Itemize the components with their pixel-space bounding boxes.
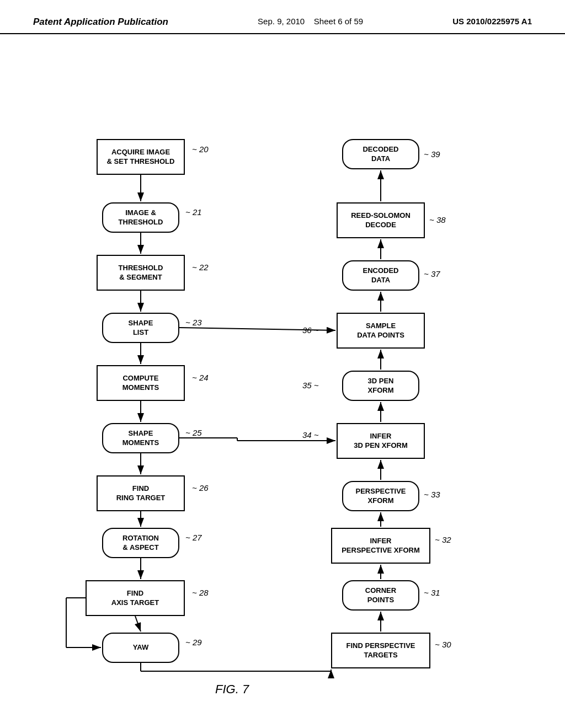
patent-number: US 2010/0225975 A1 — [452, 17, 532, 26]
ref-28: ~ 28 — [192, 588, 209, 597]
ref-25: ~ 25 — [185, 428, 202, 437]
sample-data-points-box: SAMPLEDATA POINTS — [337, 313, 425, 349]
svg-line-9 — [135, 616, 141, 631]
corner-points-box: CORNERPOINTS — [342, 580, 419, 611]
page-header: Patent Application Publication Sep. 9, 2… — [0, 0, 565, 34]
ref-23: ~ 23 — [185, 318, 202, 327]
compute-moments-box: COMPUTEMOMENTS — [97, 365, 185, 401]
ref-32: ~ 32 — [435, 535, 451, 544]
ref-30: ~ 30 — [435, 640, 451, 649]
ref-27: ~ 27 — [185, 533, 202, 542]
ref-22: ~ 22 — [192, 263, 209, 272]
ref-31: ~ 31 — [424, 588, 440, 597]
publication-label: Patent Application Publication — [33, 17, 168, 28]
acquire-image-box: ACQUIRE IMAGE& SET THRESHOLD — [97, 139, 185, 175]
yaw-box: YAW — [102, 633, 179, 663]
ref-39: ~ 39 — [424, 149, 440, 159]
find-perspective-targets-box: FIND PERSPECTIVETARGETS — [331, 633, 430, 668]
find-axis-target-box: FINDAXIS TARGET — [86, 580, 185, 616]
threshold-segment-box: THRESHOLD& SEGMENT — [97, 255, 185, 291]
ref-24: ~ 24 — [192, 373, 209, 382]
ref-37: ~ 37 — [424, 269, 440, 279]
shape-moments-box: SHAPEMOMENTS — [102, 423, 179, 453]
reed-solomon-decode-box: REED-SOLOMONDECODE — [337, 202, 425, 238]
perspective-xform-box: PERSPECTIVEXFORM — [342, 481, 419, 511]
image-threshold-box: IMAGE &THRESHOLD — [102, 202, 179, 233]
ref-29: ~ 29 — [185, 638, 202, 647]
ref-35: 35 ~ — [302, 381, 319, 390]
shape-list-box: SHAPELIST — [102, 313, 179, 343]
figure-caption: FIG. 7 — [215, 682, 249, 697]
date-sheet: Sep. 9, 2010 Sheet 6 of 59 — [258, 17, 363, 26]
ref-33: ~ 33 — [424, 490, 440, 499]
find-ring-target-box: FINDRING TARGET — [97, 475, 185, 511]
encoded-data-box: ENCODEDDATA — [342, 260, 419, 291]
3d-pen-xform-box: 3D PENXFORM — [342, 371, 419, 401]
ref-21: ~ 21 — [185, 207, 202, 217]
ref-26: ~ 26 — [192, 483, 209, 493]
ref-38: ~ 38 — [429, 215, 446, 224]
ref-34: 34 ~ — [302, 430, 319, 440]
ref-36: 36 ~ — [302, 325, 319, 335]
ref-20: ~ 20 — [192, 144, 209, 154]
rotation-aspect-box: ROTATION& ASPECT — [102, 528, 179, 558]
arrows-svg — [0, 34, 565, 685]
decoded-data-box: DECODEDDATA — [342, 139, 419, 169]
infer-perspective-xform-box: INFERPERSPECTIVE XFORM — [331, 528, 430, 564]
diagram-area: ACQUIRE IMAGE& SET THRESHOLD IMAGE &THRE… — [0, 34, 565, 685]
infer-3d-pen-xform-box: INFER3D PEN XFORM — [337, 423, 425, 459]
